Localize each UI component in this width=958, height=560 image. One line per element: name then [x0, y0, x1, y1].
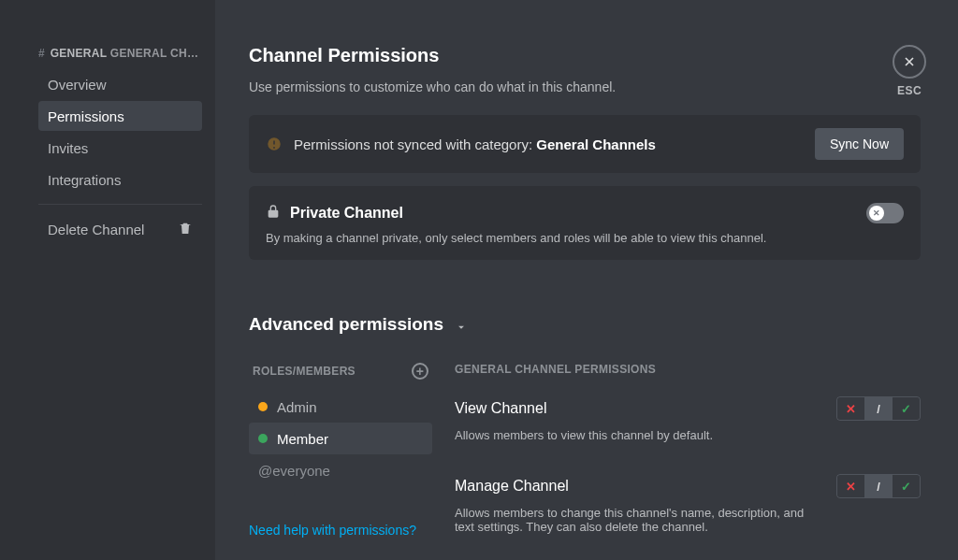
delete-channel-label: Delete Channel	[48, 222, 144, 237]
hash-icon: #	[38, 47, 45, 60]
perm-name: View Channel	[455, 400, 546, 417]
sync-text-pre: Permissions not synced with category:	[294, 136, 536, 152]
breadcrumb: # GENERAL GENERAL CHAN...	[38, 47, 202, 60]
page-title: Channel Permissions	[249, 45, 921, 66]
perm-deny-button[interactable]: ✕	[836, 474, 864, 498]
perm-allow-button[interactable]: ✓	[893, 396, 921, 421]
sync-notice-card: Permissions not synced with category: Ge…	[249, 115, 921, 173]
page-subtitle: Use permissions to customize who can do …	[249, 79, 921, 94]
chevron-down-icon	[455, 318, 468, 331]
permissions-column: GENERAL CHANNEL PERMISSIONS View Channel…	[455, 363, 921, 560]
sidebar-item-overview[interactable]: Overview	[38, 69, 202, 99]
private-channel-card: Private Channel By making a channel priv…	[249, 186, 921, 260]
perm-row-manage-channel: Manage Channel ✕ / ✓ Allows members to c…	[455, 474, 921, 534]
breadcrumb-category: GENERAL CHAN...	[110, 47, 202, 60]
perm-tristate: ✕ / ✓	[836, 396, 921, 421]
sidebar-item-label: Invites	[48, 140, 88, 156]
private-channel-toggle[interactable]	[866, 203, 904, 223]
divider	[38, 204, 202, 205]
private-desc: By making a channel private, only select…	[266, 231, 904, 245]
close-icon	[893, 45, 926, 79]
perm-row-view-channel: View Channel ✕ / ✓ Allows members to vie…	[455, 396, 921, 442]
sync-text: Permissions not synced with category: Ge…	[294, 136, 656, 152]
roles-header: ROLES/MEMBERS	[253, 365, 356, 378]
perm-desc: Allows members to view this channel by d…	[455, 428, 810, 442]
breadcrumb-channel: GENERAL	[51, 47, 108, 60]
lock-icon	[266, 204, 281, 223]
advanced-label: Advanced permissions	[249, 314, 443, 335]
sidebar-item-label: Overview	[48, 77, 107, 93]
perm-neutral-button[interactable]: /	[864, 474, 893, 498]
role-item-everyone[interactable]: @everyone	[249, 454, 432, 486]
toggle-knob	[869, 206, 884, 221]
perm-allow-button[interactable]: ✓	[893, 474, 921, 498]
role-label: @everyone	[258, 463, 330, 479]
sync-now-button[interactable]: Sync Now	[815, 128, 904, 160]
sync-category: General Channels	[536, 136, 656, 152]
main-content: Channel Permissions Use permissions to c…	[215, 0, 958, 560]
role-color-dot	[258, 402, 268, 411]
sidebar-item-invites[interactable]: Invites	[38, 133, 202, 163]
role-label: Admin	[277, 399, 317, 415]
role-item-admin[interactable]: Admin	[249, 391, 432, 423]
trash-icon	[178, 221, 193, 238]
sync-warning-icon	[266, 136, 283, 152]
sidebar-item-permissions[interactable]: Permissions	[38, 101, 202, 131]
sidebar-item-integrations[interactable]: Integrations	[38, 165, 202, 194]
advanced-permissions-toggle[interactable]: Advanced permissions	[249, 314, 921, 335]
role-item-member[interactable]: Member	[249, 423, 432, 454]
perm-neutral-button[interactable]: /	[864, 396, 893, 421]
sidebar-item-label: Permissions	[48, 108, 124, 124]
close-button[interactable]: ESC	[893, 45, 926, 97]
perm-section-label: GENERAL CHANNEL PERMISSIONS	[455, 363, 921, 376]
help-link[interactable]: Need help with permissions?	[249, 523, 416, 538]
perm-deny-button[interactable]: ✕	[836, 396, 864, 421]
role-color-dot	[258, 434, 268, 443]
perm-tristate: ✕ / ✓	[836, 474, 921, 498]
perm-desc: Allows members to change this channel's …	[455, 506, 810, 534]
add-role-button[interactable]: +	[412, 363, 428, 380]
sidebar-item-label: Integrations	[48, 172, 121, 188]
esc-label: ESC	[893, 84, 926, 97]
sidebar-item-delete-channel[interactable]: Delete Channel	[38, 214, 202, 244]
private-title: Private Channel	[290, 205, 403, 222]
perm-name: Manage Channel	[455, 478, 569, 495]
role-label: Member	[277, 431, 328, 447]
settings-sidebar: # GENERAL GENERAL CHAN... Overview Permi…	[14, 0, 215, 560]
